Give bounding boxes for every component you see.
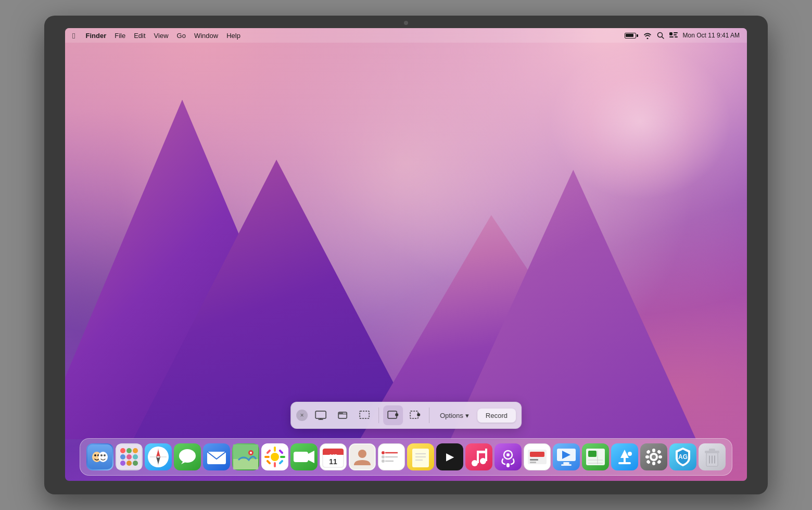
dock-app-news[interactable] bbox=[524, 443, 551, 470]
contacts-icon bbox=[350, 444, 375, 469]
music-icon bbox=[466, 444, 491, 469]
dock-app-appletv[interactable]: ▶ bbox=[436, 443, 463, 470]
svg-point-35 bbox=[126, 461, 132, 466]
svg-point-86 bbox=[506, 453, 510, 456]
svg-rect-83 bbox=[485, 449, 487, 461]
svg-rect-56 bbox=[266, 460, 271, 465]
svg-rect-118 bbox=[709, 449, 715, 451]
dock-app-finder[interactable] bbox=[86, 443, 113, 470]
finder-icon bbox=[87, 444, 112, 469]
search-icon[interactable] bbox=[657, 32, 664, 39]
svg-point-24 bbox=[98, 452, 108, 462]
dock-app-calendar[interactable]: OCT 11 bbox=[320, 443, 347, 470]
mountain-shape-1 bbox=[65, 100, 448, 440]
svg-rect-108 bbox=[652, 462, 655, 465]
dock-app-reminders[interactable] bbox=[378, 443, 405, 470]
menubar-view[interactable]: View bbox=[154, 32, 169, 40]
dock-app-systemprefs[interactable] bbox=[640, 443, 667, 470]
svg-point-12 bbox=[339, 413, 340, 414]
trash-icon bbox=[700, 444, 725, 469]
svg-rect-46 bbox=[233, 459, 258, 469]
dock-app-notes[interactable] bbox=[407, 443, 434, 470]
record-entire-screen-button[interactable] bbox=[383, 405, 403, 425]
dock-app-contacts[interactable] bbox=[349, 443, 376, 470]
dock-app-messages[interactable] bbox=[174, 443, 201, 470]
svg-rect-18 bbox=[410, 411, 418, 418]
close-icon: × bbox=[300, 412, 304, 419]
menubar-go[interactable]: Go bbox=[177, 32, 186, 40]
svg-rect-54 bbox=[266, 449, 271, 454]
menubar-edit[interactable]: Edit bbox=[134, 32, 145, 40]
capture-selected-window-button[interactable] bbox=[333, 405, 352, 425]
svg-rect-2 bbox=[669, 32, 673, 35]
svg-point-66 bbox=[358, 450, 366, 458]
svg-rect-58 bbox=[294, 452, 308, 462]
menubar-app-name[interactable]: Finder bbox=[85, 32, 106, 40]
dock-app-trash[interactable] bbox=[699, 443, 726, 470]
svg-point-28 bbox=[120, 448, 125, 453]
svg-point-32 bbox=[126, 454, 132, 460]
svg-point-22 bbox=[94, 454, 96, 456]
dock-app-appstore[interactable] bbox=[611, 443, 638, 470]
control-center-icon[interactable] bbox=[669, 32, 678, 39]
mountain-shape-2 bbox=[133, 145, 474, 440]
svg-point-42 bbox=[179, 449, 196, 463]
apple-logo-icon[interactable]:  bbox=[72, 31, 75, 40]
toolbar-close-button[interactable]: × bbox=[296, 410, 308, 421]
dock-app-numbers[interactable] bbox=[582, 443, 609, 470]
svg-rect-87 bbox=[506, 463, 510, 467]
news-icon bbox=[525, 444, 550, 469]
wifi-icon bbox=[643, 32, 652, 39]
dock-app-mail[interactable] bbox=[203, 443, 230, 470]
capture-entire-screen-button[interactable] bbox=[311, 405, 331, 425]
photos-icon bbox=[262, 444, 287, 469]
svg-rect-84 bbox=[477, 451, 487, 453]
record-selected-portion-button[interactable] bbox=[405, 405, 425, 425]
svg-rect-53 bbox=[280, 456, 285, 458]
calendar-icon: OCT 11 bbox=[321, 444, 346, 469]
menubar-right: Mon Oct 11 9:41 AM bbox=[625, 32, 740, 39]
svg-point-25 bbox=[100, 454, 103, 456]
dock-app-launchpad[interactable] bbox=[116, 443, 143, 470]
wallpaper-highlight bbox=[549, 44, 731, 200]
dock-app-keynote[interactable] bbox=[553, 443, 580, 470]
options-chevron-icon: ▾ bbox=[465, 412, 469, 419]
dock-app-maps[interactable] bbox=[232, 443, 259, 470]
battery-fill bbox=[626, 34, 633, 37]
svg-point-14 bbox=[342, 413, 343, 414]
svg-rect-15 bbox=[360, 411, 369, 418]
options-button[interactable]: Options ▾ bbox=[434, 409, 475, 423]
svg-point-34 bbox=[120, 461, 125, 466]
toolbar-separator-1 bbox=[378, 407, 379, 423]
menubar-file[interactable]: File bbox=[115, 32, 125, 40]
podcasts-icon bbox=[496, 444, 521, 469]
reminders-icon bbox=[379, 444, 404, 469]
battery-icon bbox=[625, 33, 638, 39]
dock-app-photos[interactable] bbox=[261, 443, 288, 470]
mail-icon bbox=[204, 444, 229, 469]
capture-selected-portion-button[interactable] bbox=[354, 405, 374, 425]
svg-text:▶: ▶ bbox=[446, 451, 454, 462]
dock-app-facetime[interactable] bbox=[290, 443, 318, 470]
svg-rect-111 bbox=[646, 450, 651, 454]
svg-rect-109 bbox=[645, 455, 649, 458]
dock-app-podcasts[interactable] bbox=[494, 443, 522, 470]
svg-rect-57 bbox=[278, 460, 284, 465]
record-button[interactable]: Record bbox=[477, 409, 516, 423]
svg-point-36 bbox=[133, 461, 138, 466]
laptop-frame:  Finder File Edit View Go Window Help bbox=[44, 16, 768, 494]
svg-point-104 bbox=[628, 452, 632, 456]
appletv-icon: ▶ bbox=[437, 444, 462, 469]
svg-marker-59 bbox=[308, 451, 314, 463]
menubar-help[interactable]: Help bbox=[226, 32, 240, 40]
dock-app-adguard[interactable]: AG bbox=[669, 443, 696, 470]
menubar-window[interactable]: Window bbox=[194, 32, 218, 40]
svg-rect-96 bbox=[561, 464, 572, 466]
svg-rect-112 bbox=[657, 450, 662, 454]
dock-app-music[interactable] bbox=[465, 443, 492, 470]
svg-rect-107 bbox=[652, 449, 655, 452]
svg-point-26 bbox=[104, 454, 106, 456]
facetime-icon bbox=[291, 444, 316, 469]
dock-app-safari[interactable] bbox=[145, 443, 172, 470]
svg-rect-74 bbox=[412, 449, 429, 467]
